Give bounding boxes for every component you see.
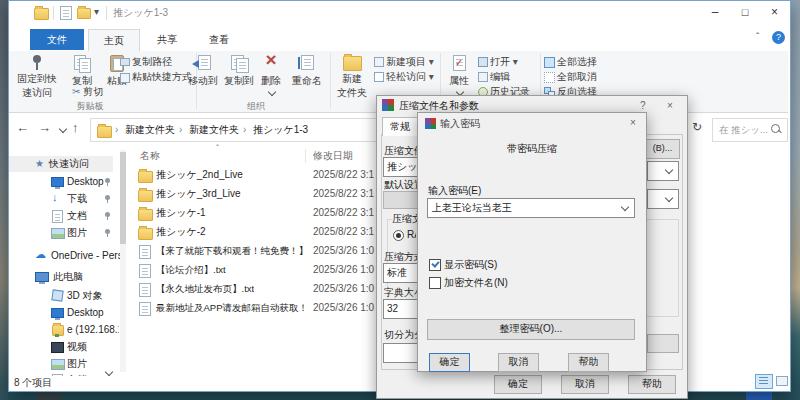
encrypt-names-checkbox[interactable] (429, 277, 441, 289)
password-help-button[interactable]: 帮助 (568, 353, 609, 372)
archive-ok-button[interactable]: 确定 (494, 375, 542, 394)
password-cancel-button[interactable]: 取消 (498, 353, 539, 372)
search-icon (771, 124, 780, 133)
close-button[interactable]: × (760, 0, 789, 26)
password-label: 输入密码(E) (428, 185, 481, 197)
paste-shortcut-button[interactable]: 粘贴快捷方式 (120, 70, 192, 84)
update-mode-combo-fragment[interactable] (647, 189, 679, 209)
sidebar-item-desktop-2[interactable]: Desktop (9, 305, 113, 321)
file-date: 2025/3/26 1:0 (313, 283, 376, 295)
thumbnail-view-button[interactable] (774, 374, 789, 387)
open-button[interactable]: 打开 ▾ (478, 55, 518, 69)
new-folder-icon (343, 56, 362, 71)
monitor-icon (51, 177, 64, 187)
rename-cursor-icon (298, 57, 300, 69)
clipboard-group-label: 剪贴板 (60, 100, 120, 113)
tab-share[interactable]: 共享 (142, 29, 192, 50)
forward-button[interactable]: → (38, 120, 51, 135)
sidebar-item-pictures-2[interactable]: 图片 (9, 356, 113, 372)
show-password-checkbox[interactable] (429, 259, 441, 271)
back-button[interactable]: ← (16, 120, 29, 135)
password-dialog-close-icon[interactable]: × (630, 117, 636, 129)
properties-button[interactable]: ✓ 属性 (444, 53, 474, 99)
method-combobox[interactable]: 标准 (383, 263, 419, 283)
archive-name-input[interactable]: 推シッケ1-3.rar (383, 157, 419, 177)
qat-properties-icon[interactable] (60, 6, 72, 20)
sidebar-scrollbar[interactable] (120, 150, 126, 372)
delete-button[interactable]: × 删除 (256, 53, 286, 99)
new-folder-button[interactable]: 新建 文件夹 (334, 53, 370, 99)
sidebar-item-onedrive[interactable]: ☁ OneDrive - Pers (9, 248, 113, 264)
details-view-button[interactable] (755, 374, 773, 389)
archive-cancel-button[interactable]: 取消 (561, 375, 609, 394)
sidebar-item-documents[interactable]: 文档 (9, 208, 113, 224)
search-box[interactable]: 在 推シッ... (712, 118, 788, 142)
sidebar-item-this-pc[interactable]: 此电脑 (9, 269, 113, 285)
archive-help-button[interactable]: 帮助 (628, 375, 676, 394)
cut-button[interactable]: ✂ 剪切 (72, 85, 103, 99)
crumb-sep-icon: › (179, 124, 182, 136)
password-input[interactable]: 上老王论坛当老王 (427, 198, 635, 218)
new-folder-label-1: 新建 (342, 73, 362, 84)
folder-icon (138, 190, 153, 202)
pin-to-quick-access-button[interactable]: 固定到快 速访问 (12, 53, 62, 99)
minimize-button[interactable]: – (700, 0, 730, 26)
select-none-button[interactable]: 全部取消 (544, 70, 597, 84)
column-header-date[interactable]: 修改日期 (313, 150, 353, 162)
file-date: 2025/8/22 3:1 (313, 207, 376, 219)
sidebar-item-downloads[interactable]: ↓ 下载 (9, 191, 113, 207)
dropdown-icon (621, 203, 629, 211)
collapse-ribbon-icon[interactable]: ˆ (756, 32, 759, 43)
column-header-name[interactable]: 名称 (140, 150, 160, 162)
help-icon[interactable]: ? (772, 31, 785, 44)
new-item-button[interactable]: 新建项目 ▾ (374, 55, 434, 69)
move-to-icon (198, 55, 211, 70)
rar-radio[interactable] (393, 230, 404, 241)
tab-home[interactable]: 主页 (88, 29, 140, 52)
breadcrumb-item-3[interactable]: 推シッケ1-3 (253, 124, 308, 136)
qat-newfolder-icon[interactable] (77, 8, 91, 19)
organize-passwords-button[interactable]: 整理密码(O)... (427, 319, 635, 340)
copy-to-label: 复制到 (222, 74, 256, 88)
dict-input[interactable]: 32 (383, 299, 419, 319)
profile-button-fragment[interactable] (383, 191, 419, 209)
set-password-button-fragment[interactable] (647, 334, 679, 353)
archive-name-combo-fragment[interactable] (647, 161, 679, 181)
move-to-button[interactable]: 移动到 (186, 53, 220, 99)
sidebar-item-network-drive[interactable]: e (192.168.10.1 (9, 322, 119, 338)
file-name: 最新地址及APP请发邮箱自动获取！！！ .... (156, 302, 306, 313)
edit-button[interactable]: 编辑 (478, 70, 510, 84)
password-ok-button[interactable]: 确定 (429, 353, 470, 372)
select-all-button[interactable]: 全部选择 (544, 55, 597, 69)
browse-button[interactable]: (B)... (645, 139, 680, 159)
easy-access-button[interactable]: 轻松访问 ▾ (374, 70, 434, 84)
scrollbar-thumb[interactable] (120, 152, 126, 244)
breadcrumb-item-1[interactable]: 新建文件夹 (125, 124, 175, 136)
open-dropdown-icon: ▾ (513, 56, 518, 67)
maximize-button[interactable]: □ (730, 0, 760, 26)
sidebar-label: OneDrive - Pers (51, 250, 123, 262)
rename-button[interactable]: 重命名 (288, 53, 326, 99)
pin-icon-stem (36, 63, 38, 70)
sidebar-item-videos[interactable]: 视频 (9, 339, 113, 355)
tab-view[interactable]: 查看 (194, 29, 244, 50)
sidebar-item-pictures[interactable]: 图片 (9, 225, 113, 241)
split-input[interactable] (383, 343, 419, 363)
breadcrumb-item-2[interactable]: 新建文件夹 (189, 124, 239, 136)
refresh-icon[interactable]: ↻ (692, 120, 702, 134)
sidebar-item-3d-objects[interactable]: 3D 对象 (9, 288, 113, 304)
tab-general[interactable]: 常规 (382, 117, 418, 136)
sidebar-item-desktop[interactable]: Desktop (9, 174, 113, 190)
dialog-close-icon[interactable]: × (667, 100, 673, 112)
tab-file[interactable]: 文件 (30, 29, 84, 50)
sidebar-item-quick-access[interactable]: ★ 快速访问 (9, 156, 113, 172)
copy-to-button[interactable]: 复制到 (222, 53, 256, 99)
copy-icon-2 (79, 58, 91, 73)
dialog-help-icon[interactable]: ? (640, 100, 646, 112)
qat-customize-icon[interactable]: ▾ (94, 6, 99, 18)
select-none-label: 全部取消 (557, 71, 597, 82)
up-button[interactable]: ↑ (72, 120, 79, 135)
sidebar-label: 视频 (67, 341, 87, 353)
navigation-pane: ★ 快速访问 Desktop ↓ 下载 文档 图片 ☁ OneDrive - P… (9, 148, 127, 378)
copy-path-button[interactable]: 复制路径 (120, 55, 172, 69)
